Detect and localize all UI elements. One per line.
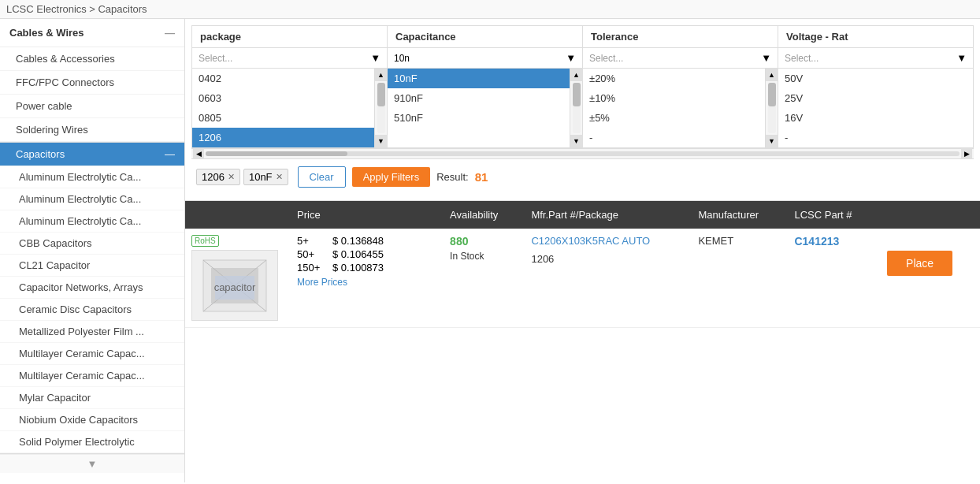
tol-scroll-thumb [768,83,776,106]
more-prices-link[interactable]: More Prices [297,277,431,288]
package-dropdown[interactable]: Select... ▼ [192,48,387,69]
tolerance-dropdown[interactable]: Select... ▼ [583,48,778,69]
result-label: Result: [436,171,468,183]
voltage-item-dash[interactable]: - [778,128,973,147]
filter-area: package Select... ▼ 0402 0603 0805 1206 … [185,19,980,201]
h-scroll-left-btn[interactable]: ◀ [193,148,204,159]
package-list-container: 0402 0603 0805 1206 0201 ▲ ▼ [192,69,387,147]
result-count: 81 [475,170,488,184]
col-header-action [878,201,980,229]
tolerance-item-5[interactable]: ±5% [583,108,765,128]
col-header-availability: Availability [440,201,522,229]
col-header-price: Price [288,201,440,229]
package-scroll-down[interactable]: ▼ [375,135,388,147]
price-qty-0: 5+ [297,235,325,247]
lcsc-part-link[interactable]: C141213 [794,235,839,248]
sidebar-sub-item-6[interactable]: Ceramic Disc Capacitors [0,299,184,321]
package-list[interactable]: 0402 0603 0805 1206 0201 [192,69,374,147]
tol-scroll-track [768,83,776,133]
sidebar-sub-item-2[interactable]: Aluminum Electrolytic Ca... [0,210,184,233]
voltage-list[interactable]: 50V 25V 16V - 10V [778,69,973,147]
capacitance-filter-label: Capacitance [388,26,582,48]
sidebar: Cables & Wires — Cables & Accessories FF… [0,19,185,482]
package-item-0402[interactable]: 0402 [192,69,374,88]
sidebar-sub-item-4[interactable]: CL21 Capacitor [0,255,184,277]
part-number-cell: C1206X103K5RAC AUTO 1206 [522,229,689,328]
price-val-2: $ 0.100873 [332,262,384,274]
filter-tag-1206-label: 1206 [202,171,225,183]
manufacturer-name: KEMET [698,235,733,247]
voltage-item-50v[interactable]: 50V [778,69,973,88]
package-item-0603[interactable]: 0603 [192,88,374,108]
filter-col-package: package Select... ▼ 0402 0603 0805 1206 … [192,26,388,147]
voltage-dropdown[interactable]: Select... ▼ [778,48,973,69]
sidebar-sub-item-7[interactable]: Metallized Polyester Film ... [0,321,184,343]
capacitance-dropdown[interactable]: 10n ▼ [388,48,582,69]
capacitance-item-10nf[interactable]: 10nF [388,69,570,88]
sidebar-sub-item-3[interactable]: CBB Capacitors [0,233,184,255]
part-number-link[interactable]: C1206X103K5RAC AUTO [531,235,679,247]
filter-tag-1206-close[interactable]: ✕ [228,172,235,182]
sidebar-scroll-down-icon[interactable]: ▼ [0,454,184,473]
sidebar-sub-item-12[interactable]: Solid Polymer Electrolytic [0,431,184,453]
capacitance-list[interactable]: 10nF 910nF 510nF [388,69,570,147]
breadcrumb-root[interactable]: LCSC Electronics [6,3,87,15]
sidebar-sub-item-0[interactable]: Aluminum Electrolytic Ca... [0,166,184,188]
col-header-image [185,201,288,229]
col-header-part: Mfr.Part #/Package [522,201,689,229]
sidebar-sub-item-1[interactable]: Aluminum Electrolytic Ca... [0,188,184,210]
package-item-0805[interactable]: 0805 [192,108,374,128]
col-header-lcsc: LCSC Part # [785,201,878,229]
tol-scroll-up[interactable]: ▲ [766,69,778,81]
sidebar-sub-item-8[interactable]: Multilayer Ceramic Capac... [0,343,184,365]
tol-scroll-down[interactable]: ▼ [766,135,778,147]
sidebar-sub-item-10[interactable]: Mylar Capacitor [0,387,184,409]
voltage-item-16v[interactable]: 16V [778,108,973,128]
price-qty-1: 50+ [297,248,325,260]
sidebar-item-ffc-fpc[interactable]: FFC/FPC Connectors [0,71,184,95]
capacitance-item-510nf[interactable]: 510nF [388,108,570,128]
apply-filters-button[interactable]: Apply Filters [352,167,431,187]
h-scroll-right-btn[interactable]: ▶ [961,148,972,159]
tags-and-actions-row: 1206 ✕ 10nF ✕ Clear Apply Filters Result… [191,159,974,194]
breadcrumb: LCSC Electronics > Capacitors [0,0,980,19]
cap-scroll-up[interactable]: ▲ [570,69,583,81]
col-header-manufacturer: Manufacturer [689,201,785,229]
tolerance-item-20[interactable]: ±20% [583,69,765,88]
voltage-item-25v[interactable]: 25V [778,88,973,108]
content-area: package Select... ▼ 0402 0603 0805 1206 … [185,19,980,482]
results-table: Price Availability Mfr.Part #/Package Ma… [185,201,980,328]
sidebar-section-cables-header[interactable]: Cables & Wires — [0,19,184,47]
action-cell: Place [878,229,980,328]
sidebar-section-capacitors-header[interactable]: Capacitors — [0,143,184,166]
package-item-1206[interactable]: 1206 [192,128,374,147]
sidebar-item-soldering-wires[interactable]: Soldering Wires [0,118,184,142]
capacitance-item-910nf[interactable]: 910nF [388,88,570,108]
price-val-0: $ 0.136848 [332,235,384,247]
horizontal-scrollbar[interactable]: ◀ ▶ [191,148,974,159]
product-svg: capacitor [199,256,270,315]
sidebar-item-power-cable[interactable]: Power cable [0,95,184,118]
filter-tag-1206: 1206 ✕ [196,169,240,185]
capacitance-list-container: 10nF 910nF 510nF ▲ ▼ [388,69,582,147]
filter-tag-10nf-close[interactable]: ✕ [276,172,283,182]
sidebar-section-capacitors: Capacitors — Aluminum Electrolytic Ca...… [0,143,184,454]
filter-tag-10nf-label: 10nF [249,171,273,183]
clear-button[interactable]: Clear [298,166,346,188]
tolerance-list[interactable]: ±20% ±10% ±5% - +0.25pF [583,69,765,147]
cap-scroll-down[interactable]: ▼ [570,135,583,147]
sidebar-sub-item-9[interactable]: Multilayer Ceramic Capac... [0,365,184,387]
place-button[interactable]: Place [887,251,952,276]
package-scroll-up[interactable]: ▲ [375,69,388,81]
h-scroll-track [206,151,960,156]
rohs-badge: RoHS [191,235,219,247]
package-scroll-track [377,83,385,133]
price-cell: 5+ $ 0.136848 50+ $ 0.106455 150+ $ 0.10… [288,229,440,328]
filter-columns: package Select... ▼ 0402 0603 0805 1206 … [191,25,974,148]
tolerance-item-10[interactable]: ±10% [583,88,765,108]
sidebar-sub-item-5[interactable]: Capacitor Networks, Arrays [0,277,184,299]
sidebar-sub-item-11[interactable]: Niobium Oxide Capacitors [0,409,184,431]
tolerance-item-dash[interactable]: - [583,128,765,147]
sidebar-item-cables-accessories[interactable]: Cables & Accessories [0,47,184,71]
part-package: 1206 [531,253,679,265]
